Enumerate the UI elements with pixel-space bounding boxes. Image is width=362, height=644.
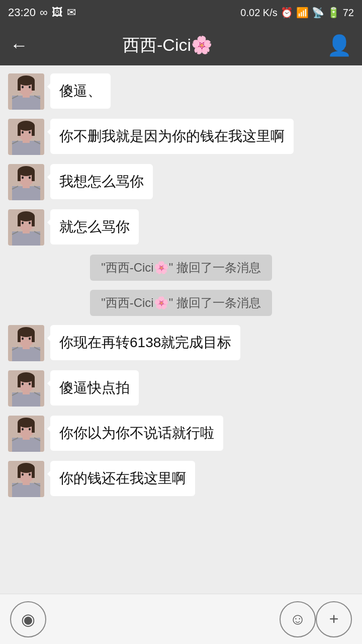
message-row: 你你以为你不说话就行啦 (8, 416, 354, 452)
status-right: 0.02 K/s ⏰ 📶 📡 🔋 72 (240, 7, 354, 19)
svg-rect-8 (32, 80, 35, 91)
svg-rect-56 (12, 392, 40, 407)
svg-point-20 (22, 131, 24, 134)
message-row: 你现在再转6138就完成目标 (8, 325, 354, 361)
message-row: 傻逼、 (8, 73, 354, 110)
message-bubble: 傻逼快点拍 (50, 370, 139, 406)
svg-rect-45 (12, 347, 40, 361)
svg-point-64 (22, 383, 24, 385)
network-speed: 0.02 K/s (240, 7, 277, 19)
svg-point-53 (22, 338, 24, 340)
chat-title: 西西-Cici🌸 (38, 34, 297, 57)
message-bubble: 就怎么骂你 (50, 209, 139, 245)
wifi-icon: 📶 (296, 7, 309, 19)
svg-point-32 (29, 177, 31, 179)
svg-point-31 (22, 177, 24, 179)
svg-point-54 (29, 338, 31, 340)
avatar (8, 325, 44, 361)
message-bubble: 我想怎么骂你 (50, 164, 153, 199)
svg-point-87 (29, 473, 31, 476)
svg-rect-62 (18, 377, 21, 387)
svg-rect-78 (12, 483, 40, 497)
profile-button[interactable]: 👤 (327, 34, 352, 57)
message-row: 我想怎么骂你 (8, 164, 354, 200)
svg-rect-7 (18, 80, 21, 91)
status-bar: 23:20 ∞ 🖼 ✉ 0.02 K/s ⏰ 📶 📡 🔋 72 (0, 0, 362, 25)
svg-rect-29 (18, 171, 21, 181)
avatar (8, 370, 44, 407)
time: 23:20 (8, 6, 36, 19)
svg-rect-18 (18, 126, 21, 136)
avatar (8, 164, 44, 200)
svg-rect-34 (12, 231, 40, 246)
svg-point-10 (29, 86, 31, 89)
message-bubble: 你的钱还在我这里啊 (50, 461, 195, 496)
recalled-text: "西西-Cici🌸" 撤回了一条消息 (90, 255, 272, 281)
svg-rect-41 (32, 216, 35, 226)
voice-button[interactable]: ◉ (10, 601, 46, 637)
svg-rect-52 (32, 332, 35, 342)
svg-rect-51 (18, 332, 21, 342)
svg-point-21 (29, 131, 31, 134)
avatar (8, 73, 44, 110)
message-bubble: 你不删我就是因为你的钱在我这里啊 (50, 119, 294, 154)
emoji-button[interactable]: ☺ (280, 601, 316, 637)
svg-rect-23 (12, 186, 40, 200)
chat-area: 傻逼、 你不删我就是因为你的钱在我这里啊 我想怎么骂 (0, 65, 362, 594)
voice-icon: ◉ (21, 610, 35, 629)
avatar (8, 209, 44, 246)
message-bubble: 你现在再转6138就完成目标 (50, 325, 240, 360)
svg-rect-74 (32, 423, 35, 433)
message-bubble: 傻逼、 (50, 73, 111, 109)
avatar (8, 461, 44, 497)
svg-rect-40 (18, 216, 21, 226)
add-button[interactable]: + (316, 601, 352, 637)
back-button[interactable]: ← (10, 35, 28, 56)
add-icon: + (329, 610, 339, 628)
recalled-text: "西西-Cici🌸" 撤回了一条消息 (90, 290, 272, 316)
svg-point-43 (29, 222, 31, 224)
message-row: 傻逼快点拍 (8, 370, 354, 407)
svg-rect-67 (12, 438, 40, 452)
svg-point-9 (22, 86, 24, 89)
infinity-icon: ∞ (40, 6, 48, 19)
status-left: 23:20 ∞ 🖼 ✉ (8, 6, 76, 19)
svg-rect-85 (32, 468, 35, 478)
recalled-message: "西西-Cici🌸" 撤回了一条消息 (8, 290, 354, 316)
svg-point-65 (29, 383, 31, 385)
message-row: 你的钱还在我这里啊 (8, 461, 354, 497)
recalled-message: "西西-Cici🌸" 撤回了一条消息 (8, 255, 354, 281)
svg-point-42 (22, 222, 24, 224)
svg-rect-1 (12, 96, 40, 110)
battery-icon: 🔋 (327, 7, 340, 19)
emoji-icon: ☺ (290, 610, 306, 628)
battery-level: 72 (343, 7, 354, 19)
alarm-icon: ⏰ (281, 7, 293, 19)
svg-point-86 (22, 473, 24, 476)
svg-rect-12 (12, 141, 40, 155)
svg-rect-63 (32, 377, 35, 387)
avatar (8, 416, 44, 452)
chat-header: ← 西西-Cici🌸 👤 (0, 25, 362, 65)
signal-icon: 📡 (312, 7, 324, 19)
mail-icon: ✉ (67, 6, 76, 19)
message-row: 你不删我就是因为你的钱在我这里啊 (8, 119, 354, 155)
message-bubble: 你你以为你不说话就行啦 (50, 416, 223, 451)
bottom-toolbar: ◉ ☺ + (0, 594, 362, 644)
svg-rect-73 (18, 423, 21, 433)
svg-rect-19 (32, 126, 35, 136)
svg-rect-84 (18, 468, 21, 478)
message-row: 就怎么骂你 (8, 209, 354, 246)
svg-rect-30 (32, 171, 35, 181)
svg-point-75 (22, 428, 24, 431)
image-icon: 🖼 (52, 6, 63, 19)
svg-point-76 (29, 428, 31, 431)
avatar (8, 119, 44, 155)
